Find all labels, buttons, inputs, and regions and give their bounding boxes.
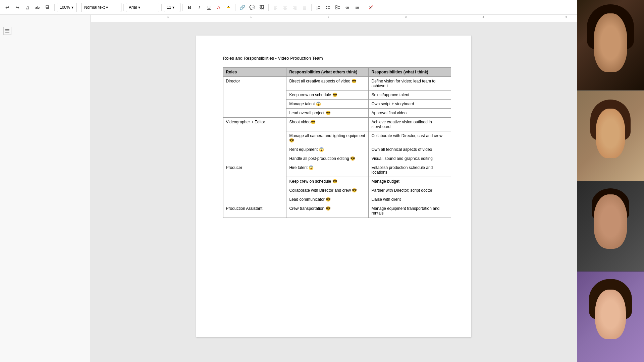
sep9 — [364, 4, 364, 11]
document-list-icon[interactable] — [3, 27, 11, 35]
link-group: 🔗 💬 🖼 — [237, 3, 266, 12]
size-chevron: ▾ — [172, 5, 174, 10]
align-justify-button[interactable] — [300, 3, 309, 12]
others-cell: Crew transportation 😎 — [286, 204, 369, 218]
others-cell: Lead communicator 😎 — [286, 195, 369, 204]
align-group — [271, 3, 309, 12]
bold-button[interactable]: B — [185, 3, 194, 12]
sep7 — [268, 4, 269, 11]
sep1 — [54, 4, 55, 11]
p2-background — [577, 90, 644, 181]
mine-cell: Establish production schedule and locati… — [369, 163, 451, 177]
svg-rect-2 — [46, 8, 49, 9]
sep4 — [161, 4, 162, 11]
video-participant-2 — [577, 90, 644, 181]
sidebar — [0, 22, 90, 362]
others-cell: Manage all camera and lighting equipment… — [286, 131, 369, 145]
others-cell: Collaborate with Director and crew 😎 — [286, 186, 369, 195]
size-dropdown[interactable]: 11 ▾ — [164, 3, 180, 12]
others-cell: Lead overall project 😎 — [286, 109, 369, 118]
text-color-button[interactable]: A — [214, 3, 223, 12]
mine-cell: Manage budget — [369, 177, 451, 186]
mine-cell: Select/approve talent — [369, 90, 451, 100]
mine-cell: Approval final video — [369, 109, 451, 118]
sep3 — [123, 4, 124, 11]
video-inner-2 — [577, 90, 644, 181]
col-header-mine: Responsibilities (what I think) — [369, 68, 451, 77]
toolbar: ↩ ↪ 🖨 abc 100% ▾ Normal text ▾ Arial ▾ 1… — [0, 0, 644, 15]
p3-face — [594, 194, 627, 248]
decrease-indent-button[interactable] — [343, 3, 352, 12]
others-cell: Hire talent 😱 — [286, 163, 369, 177]
print-button[interactable]: 🖨 — [23, 3, 32, 12]
sep6 — [235, 4, 235, 11]
video-panel — [577, 0, 644, 362]
others-cell: Rent equipment 😱 — [286, 145, 369, 154]
align-center-button[interactable] — [280, 3, 290, 12]
sep8 — [311, 4, 312, 11]
others-cell: Shoot video😎 — [286, 118, 369, 131]
role-cell: Production Assistant — [223, 204, 286, 218]
mine-cell: Achieve creative vision outlined in stor… — [369, 118, 451, 131]
style-dropdown[interactable]: Normal text ▾ — [81, 3, 121, 12]
ruler-inner: 1 1 2 3 4 5 — [90, 15, 644, 22]
svg-rect-28 — [336, 6, 337, 7]
sep5 — [182, 4, 183, 11]
zoom-dropdown[interactable]: 100% ▾ — [57, 3, 77, 12]
col-header-others: Responsibilities (what others think) — [286, 68, 369, 77]
bullet-list-dropdown[interactable] — [323, 3, 333, 12]
sep2 — [79, 4, 79, 11]
document: Roles and Responsibilities - Video Produ… — [196, 36, 471, 337]
p2-face — [596, 109, 625, 158]
table-row: DirectorDirect all creative aspects of v… — [223, 77, 451, 90]
mine-cell: Visual, sound and graphics editing — [369, 154, 451, 163]
format-group: B I U A — [185, 3, 233, 12]
paint-format-button[interactable] — [43, 3, 52, 12]
mine-cell: Manage equipment transportation and rent… — [369, 204, 451, 218]
mine-cell: Collaborate with Director, cast and crew — [369, 131, 451, 145]
p1-face — [594, 13, 627, 72]
mine-cell: Own script + storyboard — [369, 100, 451, 109]
zoom-value: 100% — [60, 5, 70, 10]
clear-format-button[interactable] — [366, 3, 376, 12]
mine-cell: Define vision for video; lead team to ac… — [369, 77, 451, 90]
mine-cell: Partner with Director; script doctor — [369, 186, 451, 195]
ruler: 1 1 2 3 4 5 — [0, 15, 644, 22]
image-button[interactable]: 🖼 — [257, 3, 266, 12]
document-title: Roles and Responsibilities - Video Produ… — [223, 56, 451, 61]
table-row: Videographer + EditorShoot video😎Achieve… — [223, 118, 451, 131]
p1-background — [577, 0, 644, 90]
video-participant-3 — [577, 181, 644, 272]
role-cell: Director — [223, 77, 286, 118]
table-row: ProducerHire talent 😱Establish productio… — [223, 163, 451, 177]
align-left-button[interactable] — [271, 3, 280, 12]
mine-cell: Liaise with client — [369, 195, 451, 204]
video-inner-1 — [577, 0, 644, 90]
increase-indent-button[interactable] — [353, 3, 362, 12]
undo-button[interactable]: ↩ — [3, 3, 12, 12]
svg-rect-29 — [336, 8, 337, 9]
underline-button[interactable]: U — [204, 3, 214, 12]
font-dropdown[interactable]: Arial ▾ — [126, 3, 159, 12]
spellcheck-button[interactable]: abc — [33, 3, 42, 12]
video-participant-4 — [577, 272, 644, 362]
redo-button[interactable]: ↪ — [13, 3, 22, 12]
svg-rect-1 — [46, 6, 49, 8]
align-right-button[interactable] — [290, 3, 300, 12]
highlight-button[interactable] — [224, 3, 233, 12]
svg-point-26 — [326, 8, 327, 9]
table-row: Production AssistantCrew transportation … — [223, 204, 451, 218]
comment-button[interactable]: 💬 — [247, 3, 257, 12]
roles-table: Roles Responsibilities (what others thin… — [223, 67, 451, 218]
p3-background — [577, 181, 644, 271]
size-value: 11 — [167, 5, 171, 10]
role-cell: Producer — [223, 163, 286, 204]
style-chevron: ▾ — [106, 5, 108, 10]
others-cell: Direct all creative aspects of video 😎 — [286, 77, 369, 90]
numbered-list-button[interactable]: 1.2. — [314, 3, 323, 12]
italic-button[interactable]: I — [195, 3, 204, 12]
others-cell: Keep crew on schedule 😎 — [286, 90, 369, 100]
checklist-button[interactable] — [333, 3, 342, 12]
ruler-ticks: 1 1 2 3 4 5 — [91, 15, 644, 22]
link-button[interactable]: 🔗 — [237, 3, 247, 12]
